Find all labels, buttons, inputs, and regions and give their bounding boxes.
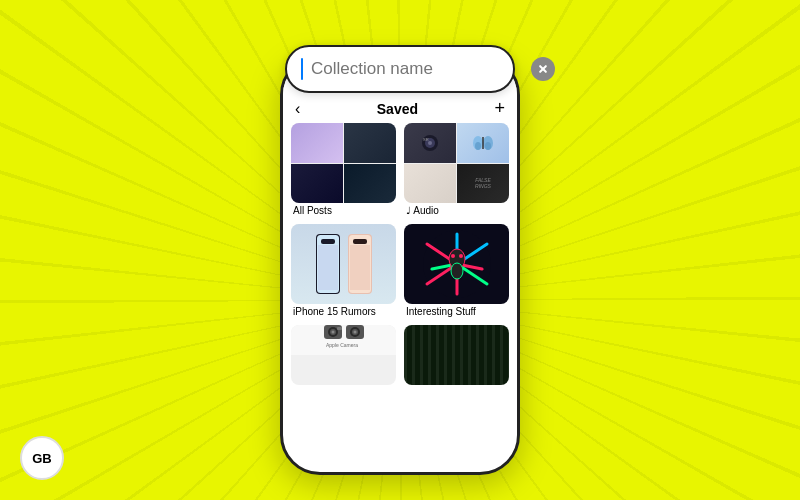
svg-rect-16 xyxy=(350,245,370,290)
iphone-rumors-label: iPhone 15 Rumors xyxy=(291,306,396,317)
svg-point-38 xyxy=(353,330,356,333)
svg-text:Apple Camera: Apple Camera xyxy=(326,342,358,348)
audio-thumb: SR FALSERINGS xyxy=(404,123,509,203)
nav-bar: ‹ Saved + xyxy=(283,94,517,123)
text-cursor xyxy=(301,58,303,80)
camera-thumb: Apple Camera xyxy=(291,325,396,385)
logo-text: GB xyxy=(32,451,52,466)
collection-iphone-rumors[interactable]: iPhone 15 Rumors xyxy=(291,224,396,317)
iphone-rumors-thumb xyxy=(291,224,396,304)
search-bar[interactable] xyxy=(285,45,515,93)
back-button[interactable]: ‹ xyxy=(295,100,300,118)
interesting-label: Interesting Stuff xyxy=(404,306,509,317)
logo: GB xyxy=(20,436,64,480)
svg-point-29 xyxy=(459,254,463,258)
collection-camera[interactable]: Apple Camera xyxy=(291,325,396,387)
svg-point-27 xyxy=(451,263,463,279)
add-button[interactable]: + xyxy=(494,98,505,119)
audio-thumb-3 xyxy=(404,164,456,204)
svg-point-7 xyxy=(485,142,491,150)
collection-all-posts[interactable]: All Posts xyxy=(291,123,396,216)
collection-dark[interactable] xyxy=(404,325,509,387)
audio-label: ♩ Audio xyxy=(404,205,509,216)
svg-point-33 xyxy=(331,330,334,333)
svg-point-2 xyxy=(428,141,432,145)
svg-rect-34 xyxy=(337,327,342,330)
audio-thumb-1: SR xyxy=(404,123,456,163)
collection-interesting[interactable]: Interesting Stuff xyxy=(404,224,509,317)
all-posts-label: All Posts xyxy=(291,205,396,216)
phone-content: All Posts SR FALSERINGS ♩ Audio xyxy=(283,123,517,387)
thumb-cell-3 xyxy=(291,164,343,204)
audio-thumb-2 xyxy=(457,123,509,163)
collection-audio[interactable]: SR FALSERINGS ♩ Audio xyxy=(404,123,509,216)
thumb-cell-4 xyxy=(344,164,396,204)
svg-rect-15 xyxy=(353,239,367,244)
svg-rect-12 xyxy=(318,245,338,290)
svg-point-6 xyxy=(475,142,481,150)
thumb-cell-2 xyxy=(344,123,396,163)
all-posts-thumb xyxy=(291,123,396,203)
camera-cell: Apple Camera xyxy=(291,325,396,355)
svg-point-28 xyxy=(451,254,455,258)
dark-thumb xyxy=(404,325,509,385)
svg-text:SR: SR xyxy=(423,137,429,142)
collection-name-input[interactable] xyxy=(311,59,523,79)
collections-grid: All Posts SR FALSERINGS ♩ Audio xyxy=(291,123,509,387)
iphone-screens-cell xyxy=(291,224,396,304)
nav-title: Saved xyxy=(377,101,418,117)
interesting-thumb xyxy=(404,224,509,304)
svg-rect-11 xyxy=(321,239,335,244)
thumb-cell-1 xyxy=(291,123,343,163)
clear-button[interactable] xyxy=(531,57,555,81)
audio-thumb-4: FALSERINGS xyxy=(457,164,509,204)
phone-mockup: 8:51 ▲ ‹ Saved + xyxy=(280,55,520,475)
